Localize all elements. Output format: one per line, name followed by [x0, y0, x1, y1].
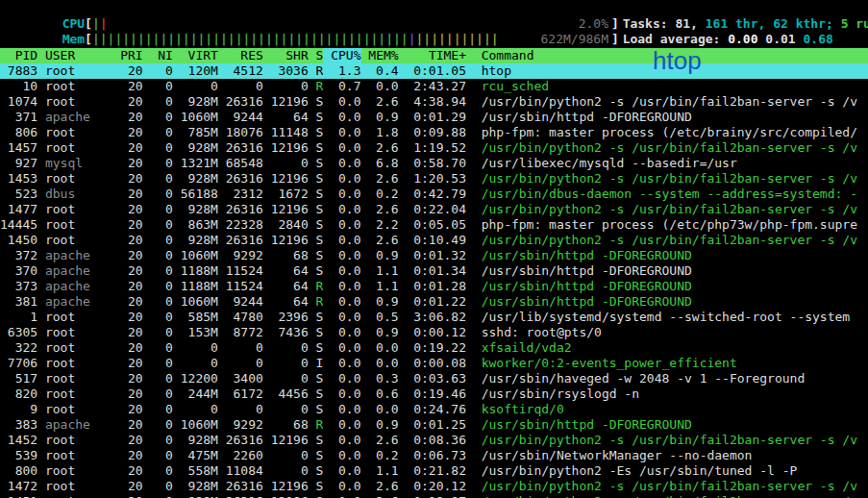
cell-user: root [45, 79, 112, 94]
cell-s: S [316, 233, 324, 248]
column-header-virt[interactable]: VIRT [181, 48, 218, 63]
process-row[interactable]: 9root200000S0.00.00:24.76ksoftirqd/0 [0, 402, 868, 417]
cell-cmd: /usr/sbin/rsyslogd -n [482, 386, 868, 402]
column-header-shr[interactable]: SHR [271, 48, 309, 63]
cell-time: 0:01.25 [406, 417, 466, 433]
column-header-pid[interactable]: PID [0, 48, 37, 63]
cell-s: S [316, 263, 324, 279]
process-row[interactable]: 372apache2001060M929268S0.00.90:01.32/us… [0, 248, 868, 263]
process-row[interactable]: 1451root200928M2631612196S0.02.60:19.97/… [0, 494, 868, 498]
cell-user: apache [45, 248, 112, 263]
process-row-selected[interactable]: 7883root200120M45123036R1.30.40:01.05hto… [0, 63, 868, 79]
cell-s: S [316, 110, 324, 125]
tasks-label: Tasks: [623, 16, 676, 31]
cell-virt: 928M [181, 94, 218, 110]
cell-user: root [45, 202, 112, 217]
tasks-threads: 161 thr, 62 kthr; [706, 16, 841, 31]
cell-ni: 0 [150, 156, 172, 171]
process-row[interactable]: 6305root200153M87727436S0.00.90:00.12ssh… [0, 325, 868, 340]
process-row[interactable]: 927mysql2001321M685480S0.06.80:58.70/usr… [0, 156, 868, 171]
cell-res: 18076 [226, 125, 263, 140]
process-row[interactable]: 1472root200928M2631612196S0.02.60:20.12/… [0, 479, 868, 494]
cell-ni: 0 [150, 125, 172, 140]
cell-s: S [316, 433, 324, 448]
process-row[interactable]: 7706root200000I0.00.00:00.08kworker/0:2-… [0, 356, 868, 371]
cell-mem: 2.6 [368, 233, 398, 248]
cell-shr: 0 [271, 356, 309, 371]
cell-mem: 0.3 [368, 371, 398, 386]
process-row[interactable]: 14445root200863M223282840S0.02.20:05.05p… [0, 217, 868, 233]
column-header-user[interactable]: USER [45, 48, 112, 63]
cell-time: 0:00.12 [406, 325, 466, 340]
cell-shr: 0 [271, 371, 309, 386]
cell-user: root [45, 402, 112, 417]
cell-ni: 0 [150, 110, 172, 125]
column-header-cpu-sorted[interactable]: CPU% [323, 48, 360, 63]
process-row[interactable]: 10root200000R0.70.02:43.27rcu_sched [0, 79, 868, 94]
cell-pid: 381 [0, 294, 37, 310]
cell-pid: 1452 [0, 433, 37, 448]
process-row[interactable]: 1477root200928M2631612196S0.02.60:22.04/… [0, 202, 868, 217]
cell-pid: 1 [0, 310, 37, 325]
cell-time: 0:58.70 [406, 156, 466, 171]
cell-cmd: /usr/lib/systemd/systemd --switched-root… [482, 310, 868, 325]
cell-cmd: ksoftirqd/0 [482, 402, 868, 417]
cpu-meter-label: CPU [62, 16, 85, 31]
cell-pri: 20 [120, 94, 142, 110]
cell-user: root [45, 63, 112, 79]
cell-shr: 12196 [271, 140, 309, 156]
cell-pid: 14445 [0, 217, 37, 233]
cell-user: root [45, 325, 112, 340]
process-row[interactable]: 371apache2001060M924464S0.00.90:01.29/us… [0, 110, 868, 125]
cell-shr: 12196 [271, 494, 309, 498]
cell-shr: 2840 [271, 217, 309, 233]
process-row[interactable]: 517root2001220034000S0.00.30:03.63/usr/s… [0, 371, 868, 386]
process-row[interactable]: 1453root200928M2631612196S0.02.61:20.53/… [0, 171, 868, 187]
cell-ni: 0 [150, 233, 172, 248]
process-row[interactable]: 381apache2001060M924464R0.00.90:01.22/us… [0, 294, 868, 310]
process-row[interactable]: 1074root200928M2631612196S0.02.64:38.94/… [0, 94, 868, 110]
process-row[interactable]: 523dbus2005618823121672S0.00.20:42.79/us… [0, 187, 868, 202]
cell-cmd: /usr/libexec/mysqld --basedir=/usr [482, 156, 868, 171]
cell-virt: 928M [181, 433, 218, 448]
cell-res: 0 [226, 340, 263, 356]
cell-time: 0:00.08 [406, 356, 466, 371]
cell-ni: 0 [150, 187, 172, 202]
column-header-pri[interactable]: PRI [120, 48, 142, 63]
mem-meter-tick-segment: | [409, 32, 416, 46]
process-row[interactable]: 370apache2001188M1152464S0.01.10:01.34/u… [0, 263, 868, 279]
column-header-state[interactable]: S [316, 48, 324, 63]
process-row[interactable]: 820root200244M61724456S0.00.60:19.46/usr… [0, 386, 868, 402]
column-header-mem[interactable]: MEM% [368, 48, 398, 63]
process-row[interactable]: 322root200000S0.00.00:19.22xfsaild/vda2 [0, 340, 868, 356]
cell-res: 26316 [226, 494, 263, 498]
cell-ni: 0 [150, 479, 172, 494]
cell-res: 9244 [226, 110, 263, 125]
cell-cmd: /usr/sbin/httpd -DFOREGROUND [482, 110, 868, 125]
process-row[interactable]: 806root200785M1807611148S0.01.80:09.88ph… [0, 125, 868, 140]
cell-user: root [45, 386, 112, 402]
cell-cmd: sshd: root@pts/0 [482, 325, 868, 340]
cell-mem: 1.1 [368, 463, 398, 479]
process-row[interactable]: 1root200585M47802396S0.00.53:06.82/usr/l… [0, 310, 868, 325]
process-row[interactable]: 800root200558M110840S0.01.10:21.82/usr/b… [0, 463, 868, 479]
column-header-ni[interactable]: NI [150, 48, 172, 63]
column-header-time[interactable]: TIME+ [406, 48, 466, 63]
column-header-res[interactable]: RES [226, 48, 263, 63]
cell-mem: 0.0 [368, 79, 398, 94]
cell-cpu: 0.0 [331, 479, 360, 494]
cell-cpu: 0.0 [331, 463, 360, 479]
cell-ni: 0 [150, 248, 172, 263]
cell-user: root [45, 433, 112, 448]
cell-shr: 0 [271, 79, 309, 94]
cell-cpu: 0.0 [331, 340, 360, 356]
process-row[interactable]: 539root200475M22600S0.00.20:06.73/usr/sb… [0, 448, 868, 463]
process-row[interactable]: 1452root200928M2631612196S0.02.60:08.36/… [0, 433, 868, 448]
cell-cmd: /usr/sbin/httpd -DFOREGROUND [482, 294, 868, 310]
process-row[interactable]: 383apache2001060M929268R0.00.90:01.25/us… [0, 417, 868, 433]
process-row[interactable]: 373apache2001188M1152464R0.01.10:01.28/u… [0, 279, 868, 294]
process-row[interactable]: 1457root200928M2631612196S0.02.61:19.52/… [0, 140, 868, 156]
cell-cpu: 0.0 [331, 140, 360, 156]
cell-shr: 64 [271, 294, 309, 310]
process-row[interactable]: 1450root200928M2631612196S0.02.60:10.49/… [0, 233, 868, 248]
